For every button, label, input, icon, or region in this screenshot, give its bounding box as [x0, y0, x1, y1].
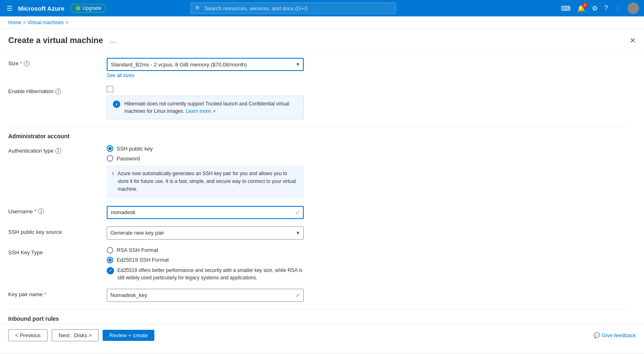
previous-button[interactable]: < Previous	[8, 329, 48, 341]
hibernation-info-icon[interactable]: i	[55, 89, 61, 94]
ssh-key-radio-row: SSH public key	[107, 145, 304, 152]
key-pair-name-input[interactable]	[107, 289, 304, 302]
ed25519-radio-label: Ed25519 SSH Format	[117, 257, 169, 263]
page-title: Create a virtual machine	[8, 36, 103, 45]
breadcrumb-vms[interactable]: Virtual machines	[28, 20, 64, 25]
username-control: ✓	[107, 206, 304, 219]
search-bar[interactable]: 🔍	[190, 2, 396, 14]
ssh-key-source-select[interactable]: Generate new key pair	[107, 226, 304, 240]
content-area: Size * i Standard_B2ms - 2 vcpus, 8 GiB …	[0, 50, 644, 324]
ssh-key-source-row: SSH public key source Generate new key p…	[8, 226, 628, 240]
ed25519-radio-row: Ed25519 SSH Format	[107, 257, 304, 263]
avatar[interactable]	[628, 2, 639, 14]
username-check-icon: ✓	[296, 209, 300, 216]
topnav: ☰ Microsoft Azure ⊙ Upgrade 🔍 ⌨ 🔔 2 ⚙ ? …	[0, 0, 644, 16]
key-pair-name-control: ✓	[107, 289, 304, 302]
upgrade-button[interactable]: ⊙ Upgrade	[70, 4, 106, 13]
auth-info-icon[interactable]: i	[55, 148, 61, 154]
feedback-nav-icon[interactable]: 👤	[613, 3, 624, 14]
ssh-key-radio[interactable]	[107, 145, 113, 152]
see-all-sizes-link[interactable]: See all sizes	[107, 73, 304, 78]
ssh-key-type-row: SSH Key Type RSA SSH Format Ed25519 SSH …	[8, 247, 628, 281]
ed25519-info-text: Ed25519 offers better performance and se…	[117, 267, 304, 281]
size-row: Size * i Standard_B2ms - 2 vcpus, 8 GiB …	[8, 58, 628, 78]
breadcrumb-home[interactable]: Home	[8, 20, 21, 25]
hibernation-info-icon-blue: i	[113, 100, 120, 108]
close-button[interactable]: ✕	[630, 36, 636, 45]
auth-type-row: Authentication type i SSH public key Pas…	[8, 145, 628, 199]
topnav-icons: ⌨ 🔔 2 ⚙ ? 👤	[559, 2, 639, 14]
footer: < Previous Next : Disks > Review + creat…	[0, 324, 644, 346]
main-panel: Create a virtual machine ... ✕ Size * i …	[0, 29, 644, 353]
key-pair-check-icon: ✓	[296, 292, 300, 299]
notification-badge: 2	[582, 2, 588, 8]
hibernation-info-box: i Hibernate does not currently support T…	[107, 96, 304, 119]
help-icon[interactable]: ?	[603, 3, 610, 14]
password-radio-row: Password	[107, 155, 304, 162]
feedback-icon: 💬	[594, 332, 600, 338]
username-input[interactable]	[107, 206, 304, 219]
upgrade-circle-icon: ⊙	[75, 5, 81, 11]
ssh-key-type-control: RSA SSH Format Ed25519 SSH Format ✓ Ed25…	[107, 247, 304, 281]
key-pair-name-row: Key pair name * ✓	[8, 289, 628, 302]
hibernation-label: Enable Hibernation i	[8, 86, 99, 94]
external-link-icon: ↗	[212, 109, 215, 114]
ssh-key-source-control: Generate new key pair ▼	[107, 226, 304, 240]
panel-header: Create a virtual machine ... ✕	[0, 29, 644, 50]
section-divider	[8, 127, 628, 127]
settings-icon[interactable]: ⚙	[590, 3, 599, 14]
username-label: Username * i	[8, 206, 99, 215]
ssh-key-source-label: SSH public key source	[8, 226, 99, 235]
size-select-wrapper: Standard_B2ms - 2 vcpus, 8 GiB memory ($…	[107, 58, 304, 71]
size-info-icon[interactable]: i	[24, 61, 30, 66]
hamburger-icon[interactable]: ☰	[5, 3, 14, 14]
size-label: Size * i	[8, 58, 99, 66]
ssh-info-box: i Azure now automatically generates an S…	[107, 165, 304, 199]
rsa-radio-label: RSA SSH Format	[117, 247, 158, 253]
size-control: Standard_B2ms - 2 vcpus, 8 GiB memory ($…	[107, 58, 304, 78]
search-input[interactable]	[205, 5, 391, 11]
key-pair-input-wrapper: ✓	[107, 289, 304, 302]
auth-type-control: SSH public key Password i Azure now auto…	[107, 145, 304, 199]
hibernation-info-text: Hibernate does not currently support Tru…	[124, 100, 298, 115]
size-required: *	[20, 60, 22, 66]
learn-more-link[interactable]: Learn more	[186, 108, 211, 114]
search-icon: 🔍	[195, 5, 202, 11]
ssh-key-type-label: SSH Key Type	[8, 247, 99, 256]
username-input-wrapper: ✓	[107, 206, 304, 219]
panel-options-icon[interactable]: ...	[110, 36, 116, 45]
breadcrumb-sep1: >	[23, 20, 26, 25]
breadcrumb-sep2: >	[66, 20, 69, 25]
console-icon[interactable]: ⌨	[559, 3, 572, 14]
ssh-info-text: Azure now automatically generates an SSH…	[118, 170, 298, 194]
next-disks-button[interactable]: Next : Disks >	[52, 329, 99, 341]
review-create-button[interactable]: Review + create	[103, 330, 154, 341]
give-feedback-button[interactable]: 💬 Give feedback	[594, 332, 636, 338]
ed25519-check-icon: ✓	[107, 267, 114, 274]
ed25519-radio[interactable]	[107, 257, 113, 263]
rsa-radio-row: RSA SSH Format	[107, 247, 304, 254]
ssh-info-icon: i	[112, 170, 114, 194]
admin-section-header: Administrator account	[8, 133, 628, 139]
hibernation-row: Enable Hibernation i i Hibernate does no…	[8, 86, 628, 119]
ed25519-info-row: ✓ Ed25519 offers better performance and …	[107, 267, 304, 281]
brand-name: Microsoft Azure	[18, 5, 64, 12]
hibernation-checkbox-row	[107, 86, 304, 92]
key-pair-required: *	[44, 291, 46, 297]
notification-icon[interactable]: 🔔 2	[575, 3, 587, 14]
size-select[interactable]: Standard_B2ms - 2 vcpus, 8 GiB memory ($…	[107, 58, 304, 71]
ssh-key-source-wrapper: Generate new key pair ▼	[107, 226, 304, 240]
auth-type-label: Authentication type i	[8, 145, 99, 154]
username-required: *	[34, 208, 37, 215]
password-radio-label: Password	[117, 155, 140, 162]
hibernation-checkbox[interactable]	[107, 86, 113, 92]
password-radio[interactable]	[107, 155, 113, 162]
hibernation-control: i Hibernate does not currently support T…	[107, 86, 304, 119]
username-info-icon[interactable]: i	[38, 208, 44, 214]
breadcrumb: Home > Virtual machines >	[0, 16, 644, 29]
ssh-key-radio-label: SSH public key	[117, 146, 153, 152]
username-row: Username * i ✓	[8, 206, 628, 219]
key-pair-name-label: Key pair name *	[8, 289, 99, 297]
rsa-radio[interactable]	[107, 247, 113, 254]
inbound-divider	[8, 309, 628, 310]
